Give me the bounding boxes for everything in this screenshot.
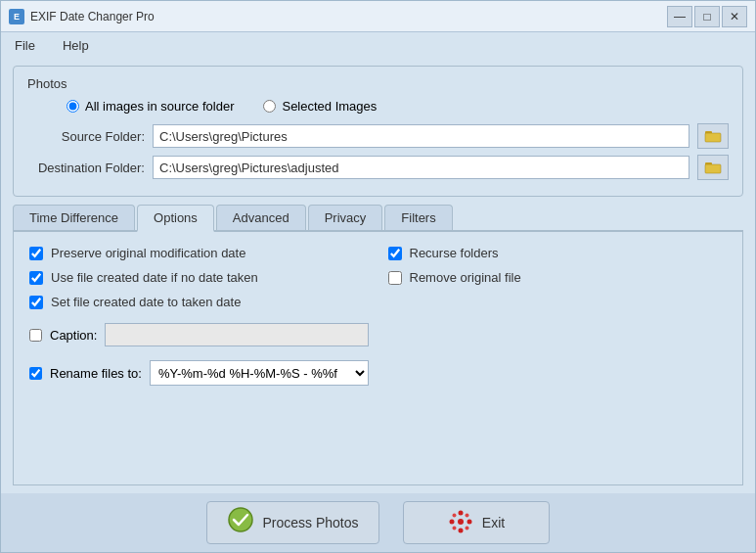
checkmark-icon bbox=[227, 506, 254, 539]
folder-open-icon bbox=[704, 159, 722, 176]
tabs-container: Time Difference Options Advanced Privacy… bbox=[13, 205, 743, 485]
window-title: EXIF Date Changer Pro bbox=[30, 10, 667, 23]
svg-point-12 bbox=[452, 513, 456, 517]
svg-point-11 bbox=[467, 519, 471, 524]
image-selection-row: All images in source folder Selected Ima… bbox=[27, 99, 729, 114]
process-photos-button[interactable]: Process Photos bbox=[206, 501, 378, 544]
menu-bar: File Help bbox=[1, 32, 755, 58]
spinner-icon bbox=[447, 508, 474, 538]
close-button[interactable]: ✕ bbox=[722, 6, 747, 27]
tab-advanced[interactable]: Advanced bbox=[216, 205, 306, 230]
maximize-button[interactable]: □ bbox=[694, 6, 720, 27]
preserve-modification-date-label: Preserve original modification date bbox=[51, 246, 245, 260]
photos-section-title: Photos bbox=[27, 76, 729, 91]
svg-point-10 bbox=[449, 519, 454, 524]
remove-original-checkbox[interactable] bbox=[388, 271, 402, 285]
recurse-folders-label: Recurse folders bbox=[410, 246, 499, 260]
caption-checkbox[interactable] bbox=[29, 329, 42, 342]
svg-point-15 bbox=[465, 526, 468, 530]
tab-time-difference[interactable]: Time Difference bbox=[13, 205, 135, 230]
remove-original-row[interactable]: Remove original file bbox=[388, 270, 728, 285]
tab-options[interactable]: Options bbox=[137, 205, 214, 232]
help-menu[interactable]: Help bbox=[57, 36, 95, 55]
options-tab-content: Preserve original modification date Use … bbox=[13, 232, 743, 485]
selected-images-label: Selected Images bbox=[282, 99, 377, 114]
source-folder-browse-button[interactable] bbox=[697, 123, 729, 149]
main-content: Photos All images in source folder Selec… bbox=[1, 58, 755, 493]
process-photos-label: Process Photos bbox=[262, 515, 358, 530]
tab-filters[interactable]: Filters bbox=[384, 205, 452, 230]
set-created-date-label: Set file created date to taken date bbox=[51, 295, 241, 309]
selected-images-radio-label[interactable]: Selected Images bbox=[263, 99, 377, 114]
rename-files-select[interactable]: %Y-%m-%d %H-%M-%S - %%f bbox=[150, 360, 369, 386]
preserve-modification-date-checkbox[interactable] bbox=[29, 247, 43, 260]
folder-open-icon bbox=[704, 127, 722, 145]
dest-folder-label: Destination Folder: bbox=[27, 161, 145, 175]
exit-button[interactable]: Exit bbox=[403, 501, 550, 544]
recurse-folders-row[interactable]: Recurse folders bbox=[388, 246, 728, 260]
use-created-date-label: Use file created date if no date taken bbox=[51, 270, 258, 285]
selected-images-radio[interactable] bbox=[263, 100, 276, 113]
use-created-date-row[interactable]: Use file created date if no date taken bbox=[29, 270, 369, 285]
rename-files-label: Rename files to: bbox=[50, 366, 142, 381]
source-folder-input[interactable] bbox=[153, 124, 689, 148]
window-controls: — □ ✕ bbox=[667, 6, 747, 27]
caption-label: Caption: bbox=[50, 328, 97, 343]
use-created-date-checkbox[interactable] bbox=[29, 271, 43, 285]
set-created-date-checkbox[interactable] bbox=[29, 296, 43, 309]
dest-folder-input[interactable] bbox=[153, 156, 689, 179]
set-created-date-row[interactable]: Set file created date to taken date bbox=[29, 295, 369, 309]
bottom-bar: Process Photos Exit bbox=[1, 493, 755, 552]
svg-point-6 bbox=[229, 508, 252, 531]
source-folder-label: Source Folder: bbox=[27, 129, 145, 144]
options-left: Preserve original modification date Use … bbox=[29, 246, 369, 386]
rename-files-row: Rename files to: %Y-%m-%d %H-%M-%S - %%f bbox=[29, 360, 369, 386]
minimize-button[interactable]: — bbox=[667, 6, 692, 27]
all-images-radio[interactable] bbox=[67, 100, 79, 113]
svg-point-8 bbox=[458, 510, 463, 515]
svg-rect-4 bbox=[705, 164, 721, 173]
title-bar: E EXIF Date Changer Pro — □ ✕ bbox=[1, 1, 755, 32]
tab-bar: Time Difference Options Advanced Privacy… bbox=[13, 205, 743, 232]
options-right: Recurse folders Remove original file bbox=[388, 246, 728, 386]
photos-section: Photos All images in source folder Selec… bbox=[13, 66, 743, 197]
exit-label: Exit bbox=[482, 515, 505, 530]
options-grid: Preserve original modification date Use … bbox=[29, 246, 727, 386]
remove-original-label: Remove original file bbox=[410, 270, 521, 285]
main-window: E EXIF Date Changer Pro — □ ✕ File Help … bbox=[0, 0, 756, 553]
recurse-folders-checkbox[interactable] bbox=[388, 247, 402, 260]
tab-privacy[interactable]: Privacy bbox=[308, 205, 383, 230]
file-menu[interactable]: File bbox=[9, 36, 41, 55]
svg-point-13 bbox=[465, 513, 468, 517]
app-icon: E bbox=[9, 9, 24, 24]
caption-input[interactable] bbox=[105, 323, 368, 346]
preserve-modification-date-row[interactable]: Preserve original modification date bbox=[29, 246, 369, 260]
dest-folder-row: Destination Folder: bbox=[27, 155, 729, 180]
all-images-radio-label[interactable]: All images in source folder bbox=[67, 99, 234, 114]
source-folder-row: Source Folder: bbox=[27, 123, 729, 149]
svg-point-14 bbox=[452, 526, 456, 530]
svg-point-9 bbox=[458, 528, 463, 532]
all-images-label: All images in source folder bbox=[85, 99, 234, 114]
svg-rect-1 bbox=[705, 133, 721, 142]
dest-folder-browse-button[interactable] bbox=[697, 155, 729, 180]
caption-row: Caption: bbox=[29, 323, 369, 346]
svg-point-7 bbox=[458, 519, 464, 525]
rename-files-checkbox[interactable] bbox=[29, 367, 42, 380]
